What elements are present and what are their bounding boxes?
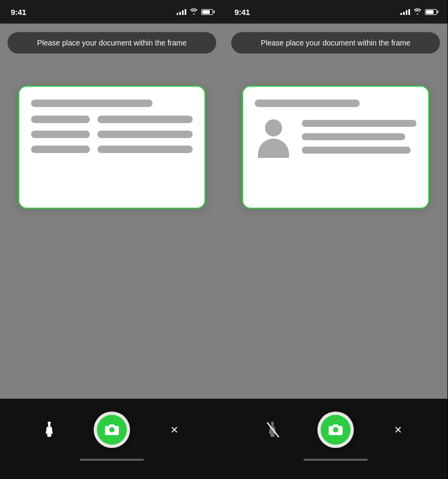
doc-body (255, 118, 416, 158)
doc-line-row-3 (31, 146, 193, 153)
signal-bars-icon-2 (400, 9, 410, 15)
toolbar-buttons-2: × (224, 412, 447, 448)
home-indicator-1 (80, 459, 144, 461)
battery-icon-2 (425, 9, 437, 15)
avatar-head (265, 119, 282, 136)
avatar-body (258, 139, 289, 158)
bottom-toolbar-1: × (0, 399, 224, 479)
camera-area-2: Please place your document within the fr… (224, 24, 447, 399)
status-bar-2: 9:41 (224, 0, 447, 24)
doc-line-row-2 (31, 131, 193, 138)
doc-with-photo (255, 100, 416, 158)
doc-line-6 (31, 146, 90, 153)
close-icon-1: × (171, 423, 178, 436)
doc-text-line-3 (302, 147, 411, 154)
doc-line-1 (31, 100, 153, 107)
doc-line-4 (31, 131, 90, 138)
doc-lines-1 (31, 100, 193, 161)
battery-icon-1 (201, 9, 213, 15)
toolbar-buttons-1: × (0, 412, 224, 448)
close-icon-2: × (394, 423, 402, 436)
status-icons-1 (177, 8, 213, 16)
capture-button-2[interactable] (317, 412, 354, 448)
camera-area-1: Please place your document within the fr… (0, 24, 224, 399)
wifi-icon-2 (413, 8, 422, 16)
doc-avatar (255, 118, 292, 158)
doc-line-5 (97, 131, 193, 138)
torch-button-2[interactable] (261, 418, 285, 442)
document-frame-2 (242, 86, 429, 209)
doc-top-line (255, 100, 360, 107)
phone-screen-2: 9:41 Please place your document within t… (224, 0, 447, 479)
phone-screen-1: 9:41 Please place your document within t… (0, 0, 224, 479)
status-time-1: 9:41 (11, 7, 26, 17)
home-indicator-2 (303, 459, 368, 461)
capture-button-1[interactable] (94, 412, 130, 448)
doc-line-row-1 (31, 116, 193, 123)
signal-bars-icon-1 (177, 9, 186, 15)
doc-line-7 (97, 146, 193, 153)
doc-line-2 (31, 116, 90, 123)
status-time-2: 9:41 (234, 7, 250, 17)
status-bar-1: 9:41 (0, 0, 224, 24)
doc-text-lines (302, 118, 416, 154)
document-frame-1 (18, 86, 206, 209)
close-button-2[interactable]: × (386, 418, 410, 442)
instruction-pill-1: Please place your document within the fr… (7, 32, 216, 54)
torch-button-1[interactable] (37, 418, 61, 442)
status-icons-2 (400, 8, 437, 16)
bottom-toolbar-2: × (224, 399, 447, 479)
doc-text-line-2 (302, 133, 405, 140)
wifi-icon-1 (189, 8, 198, 16)
close-button-1[interactable]: × (163, 418, 186, 442)
doc-text-line-1 (302, 120, 416, 127)
doc-line-3 (97, 116, 193, 123)
instruction-pill-2: Please place your document within the fr… (231, 32, 440, 54)
